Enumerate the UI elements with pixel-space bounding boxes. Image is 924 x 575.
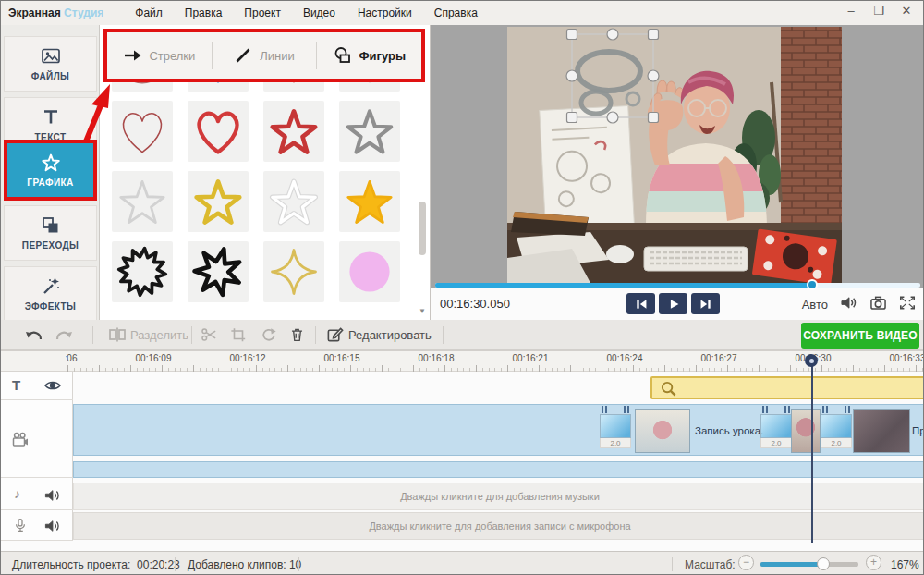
shape-cell-star-filled-gold[interactable] (339, 171, 400, 232)
zoom-slider-thumb[interactable] (817, 557, 830, 570)
rotate-icon[interactable] (261, 326, 277, 347)
shape-tab-линии[interactable]: Линии (213, 32, 317, 79)
transition-clip[interactable]: 2.0 (821, 406, 852, 448)
timeline-ruler[interactable]: 00:16:0600:16:0900:16:1200:16:1500:16:18… (1, 351, 924, 372)
zoom-slider[interactable] (760, 562, 858, 567)
mic-track[interactable]: Дважды кликните для добавления записи с … (73, 512, 924, 540)
transition-clip[interactable]: 2.0 (760, 406, 792, 448)
playhead-pin[interactable] (805, 354, 818, 367)
microphone-icon (13, 518, 28, 537)
sidebar-item-label: ФАЙЛЫ (31, 71, 70, 81)
menu-item[interactable]: Правка (174, 3, 234, 23)
shape-cell-star-outline-red[interactable] (263, 101, 324, 162)
menu-item[interactable]: Настройки (346, 3, 423, 23)
ruler-tick (539, 365, 540, 372)
save-video-button[interactable]: СОХРАНИТЬ ВИДЕО (801, 323, 919, 349)
auto-quality-label[interactable]: Авто (802, 298, 828, 312)
sidebar-item-переходы[interactable]: ПЕРЕХОДЫ (4, 205, 97, 261)
visibility-eye-icon[interactable] (43, 378, 62, 397)
ruler-label: 00:16:18 (419, 353, 455, 363)
sidebar-item-графика[interactable]: ГРАФИКА (4, 140, 97, 201)
shape-cell-star-outline-gray[interactable] (339, 101, 400, 162)
resize-handle-sw[interactable] (567, 113, 578, 123)
resize-handle-w[interactable] (566, 70, 578, 81)
menu-item[interactable]: Проект (233, 3, 292, 23)
edit-button-label[interactable]: Редактировать (348, 328, 432, 342)
line-icon (234, 46, 252, 65)
resize-handle-se[interactable] (649, 113, 659, 123)
maximize-button[interactable]: ❒ (868, 1, 890, 21)
cut-scissors-icon[interactable] (201, 326, 218, 347)
undo-icon[interactable] (23, 326, 43, 347)
zoom-out-button[interactable]: − (738, 555, 754, 570)
ruler-tick (916, 365, 917, 372)
delete-trash-icon[interactable] (289, 326, 305, 347)
volume-icon[interactable] (840, 295, 857, 314)
clip-frame-thumbnail[interactable] (853, 409, 910, 453)
star-outline-gold-shape (189, 173, 247, 230)
menu-item[interactable]: Видео (292, 3, 346, 23)
sidebar-item-эффекты[interactable]: ЭФФЕКТЫ (4, 266, 97, 322)
crop-icon[interactable] (230, 326, 247, 347)
timeline-tracks: 2.02.02.0Запись урока.Пр Дважды кликните… (73, 372, 924, 541)
ruler-tick (476, 365, 477, 372)
zoom-in-button[interactable]: + (866, 555, 881, 570)
music-track[interactable]: Дважды кликните для добавления музыки (73, 483, 924, 510)
snapshot-camera-icon[interactable] (869, 295, 887, 314)
shape-cell-star-outline-white[interactable] (263, 171, 324, 232)
clip-frame-thumbnail[interactable] (635, 409, 690, 453)
minimize-button[interactable]: – (840, 1, 862, 21)
shape-cell-burst-12point[interactable] (112, 241, 173, 302)
annotation-arrow (77, 82, 125, 143)
menu-bar: ФайлПравкаПроектВидеоНастройкиСправка (124, 3, 489, 23)
resize-handle-e[interactable] (648, 70, 659, 81)
play-button[interactable] (659, 293, 687, 314)
ruler-tick (821, 365, 822, 372)
shape-cell-circle-filled-pink[interactable] (339, 241, 400, 302)
burst-12point-shape (114, 243, 171, 300)
ruler-tick (413, 365, 414, 372)
resize-handle-s[interactable] (607, 112, 618, 123)
shape-cell-burst-7point[interactable] (188, 241, 249, 302)
mic-track-header (1, 512, 73, 541)
fullscreen-icon[interactable] (899, 295, 916, 314)
ruler-tick (319, 365, 320, 372)
wand-icon (41, 276, 61, 297)
menu-item[interactable]: Файл (124, 3, 174, 23)
split-button-label[interactable]: Разделить (130, 328, 188, 342)
split-icon[interactable] (108, 326, 127, 347)
playhead-line[interactable] (811, 364, 813, 543)
close-button[interactable]: ✕ (895, 1, 918, 21)
menu-item[interactable]: Справка (423, 3, 489, 23)
shape-cell-sparkle-4point[interactable] (263, 241, 324, 302)
music-volume-icon[interactable] (43, 488, 61, 507)
scrollbar-thumb[interactable] (419, 202, 426, 255)
edit-pencil-icon[interactable] (326, 326, 344, 347)
prev-frame-button[interactable] (626, 293, 655, 314)
ruler-tick (99, 365, 100, 372)
ruler-tick (759, 365, 760, 372)
star-icon (41, 153, 61, 173)
redo-icon[interactable] (55, 326, 75, 347)
clip-frame-thumbnail[interactable] (791, 409, 821, 453)
shape-tab-фигуры[interactable]: Фигуры (317, 32, 421, 79)
shape-tab-стрелки[interactable]: Стрелки (107, 32, 212, 79)
zoom-effect-clip[interactable] (650, 376, 924, 399)
seek-bar[interactable] (435, 283, 920, 288)
resize-handle-nw[interactable] (567, 30, 578, 40)
resize-handle-ne[interactable] (649, 30, 659, 40)
next-frame-button[interactable] (691, 293, 720, 314)
seek-handle[interactable] (807, 279, 818, 290)
scroll-down-icon[interactable]: ▼ (418, 307, 427, 315)
heart-thick-red-shape (189, 103, 247, 160)
shape-cell-star-outline-gold[interactable] (188, 171, 249, 232)
resize-handle-n[interactable] (607, 29, 618, 40)
video-subtrack-clip[interactable] (73, 461, 924, 478)
mic-volume-icon[interactable] (43, 519, 61, 537)
shape-cell-heart-thick-red[interactable] (188, 101, 249, 162)
ruler-tick (602, 365, 602, 372)
shape-cell-star-outline-lightgray[interactable] (112, 171, 173, 232)
ruler-label: 00:16:12 (230, 353, 266, 363)
transition-pause-marks (760, 406, 792, 414)
transition-clip[interactable]: 2.0 (600, 406, 631, 448)
